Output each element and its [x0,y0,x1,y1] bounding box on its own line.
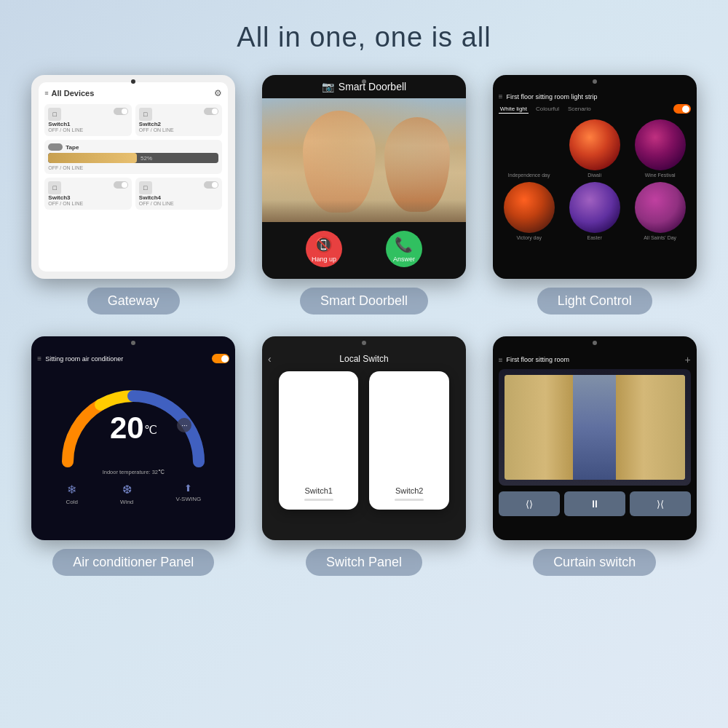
switch-buttons-row: Switch1 Switch2 [268,371,460,510]
gw-tape-pct: 52% [141,155,152,162]
switch-screen: ‹ Local Switch Switch1 Switch2 [262,336,466,540]
ac-temp-unit: ℃ [144,424,157,436]
scene-circle-6 [635,182,686,233]
curtain-screen: ≡ First floor sitting room + ⟨⟩ ⏸ [493,336,697,540]
scene-circle-4 [504,182,555,233]
light-title: First floor sitting room light strip [507,93,691,100]
card-light: ≡ First floor sitting room light strip W… [490,75,699,314]
gw-tape: Tape 52% OFF / ON LINE [44,140,222,174]
ac-label: Air conditioner Panel [52,549,214,576]
hangup-icon: 📵 [314,236,333,253]
card-gateway: ≡ All Devices ⚙ □ Switch1 OFF / ON LINE [29,75,238,314]
ac-mode-controls: ❄ Cold ❆ Wind ⬆ V-SWING [37,479,229,509]
curtain-panel-left [505,375,573,480]
cards-grid: ≡ All Devices ⚙ □ Switch1 OFF / ON LINE [22,75,706,576]
ac-screen: ≡ Sitting room air conditioner 20 [31,336,235,540]
ac-power-toggle[interactable] [212,354,229,363]
gw-device-1: □ Switch1 OFF / ON LINE [44,104,132,136]
gw-device-4: □ Switch4 OFF / ON LINE [135,178,223,210]
hangup-label: Hang up [312,256,336,263]
menu-icon-light: ≡ [499,92,503,100]
doorbell-title: Smart Doorbell [339,81,406,92]
switch1-label: Switch1 [304,486,333,495]
light-scene-1[interactable]: Independence day [499,119,560,178]
switch-panel-title: Local Switch [339,354,388,364]
light-scene-3[interactable]: Wine Festival [630,119,691,178]
menu-icon-curtain: ≡ [499,356,503,364]
ac-wind-mode[interactable]: ❆ Wind [120,483,133,505]
camera-dot-light [593,79,597,84]
gw-dev3-status: OFF / ON LINE [48,201,128,206]
gw-dev1-name: Switch1 [48,121,128,127]
doorbell-video-feed [262,98,466,222]
camera-dot-curtain [593,341,597,345]
switch-label: Switch Panel [306,549,422,576]
scene-circle-5 [569,182,620,233]
curtain-window-preview [499,369,691,486]
vswing-label: V-SWING [176,496,202,502]
hangup-button[interactable]: 📵 Hang up [306,231,342,267]
wind-label: Wind [120,499,133,505]
light-scene-2[interactable]: Diwali [564,119,625,178]
camera-dot [131,79,135,84]
gw-dev3-name: Switch3 [48,194,128,201]
ac-indoor-temp: Indoor temperature: 32℃ [37,469,229,475]
tab-scenario[interactable]: Scenario [566,105,593,113]
card-switch: ‹ Local Switch Switch1 Switch2 Switch Pa… [260,336,469,576]
light-scene-5[interactable]: Easter [564,182,625,240]
doorbell-controls: 📵 Hang up 📞 Answer [262,222,466,276]
vswing-icon: ⬆ [184,483,192,494]
camera-dot-doorbell [362,79,366,84]
curtain-panel-right [616,375,684,480]
scene-label-3: Wine Festival [645,173,676,178]
close-curtain-icon: ⟩⟨ [657,499,664,510]
curtain-open-button[interactable]: ⟨⟩ [499,491,560,516]
camera-dot-ac [131,341,135,345]
gear-icon[interactable]: ⚙ [214,88,222,98]
gw-device-3: □ Switch3 OFF / ON LINE [44,178,132,210]
ac-cold-mode[interactable]: ❄ Cold [66,483,77,505]
light-label: Light Control [537,288,652,314]
gateway-screen: ≡ All Devices ⚙ □ Switch1 OFF / ON LINE [31,75,235,279]
ac-vswing-mode[interactable]: ⬆ V-SWING [176,483,202,505]
ac-title: Sitting room air conditioner [45,355,123,363]
switch-button-2[interactable]: Switch2 [369,371,449,510]
switch1-line [304,499,333,501]
answer-button[interactable]: 📞 Answer [386,231,422,267]
curtain-label: Curtain switch [533,549,656,576]
curtain-title: First floor sitting room [507,356,570,363]
scene-label-4: Victory day [516,235,542,240]
gw-device-2: □ Switch2 OFF / ON LINE [135,104,223,136]
gw-dev1-status: OFF / ON LINE [48,127,128,132]
light-scene-6[interactable]: All Saints' Day [630,182,691,240]
scene-circle-1 [504,119,555,170]
switch2-line [395,499,424,501]
tab-white-light[interactable]: White light [499,105,529,114]
scene-label-5: Easter [587,235,602,240]
answer-label: Answer [393,256,415,263]
switch-button-1[interactable]: Switch1 [279,371,359,510]
light-scene-4[interactable]: Victory day [499,182,560,240]
cold-label: Cold [66,499,77,505]
cold-icon: ❄ [67,483,76,496]
open-icon: ⟨⟩ [526,499,533,510]
gateway-title: All Devices [52,89,95,98]
ac-temp-value: 20 [110,411,144,445]
ac-gauge: 20℃ ··· [53,367,213,469]
menu-icon-ac: ≡ [37,355,41,363]
pause-icon: ⏸ [590,498,600,510]
scene-circle-2 [569,119,620,170]
back-button-switch[interactable]: ‹ [268,353,272,365]
curtain-close-button[interactable]: ⟩⟨ [630,491,691,516]
camera-icon: 📷 [322,81,334,92]
gateway-label: Gateway [87,288,180,314]
gw-dev4-status: OFF / ON LINE [139,201,219,206]
scene-label-1: Independence day [508,173,550,178]
curtain-add-button[interactable]: + [684,354,690,365]
ac-temperature: 20℃ [110,411,157,446]
tab-colourful[interactable]: Colourful [534,105,561,113]
doorbell-label: Smart Doorbell [300,288,428,314]
light-power-toggle[interactable] [673,104,691,114]
scene-label-6: All Saints' Day [644,235,676,240]
curtain-pause-button[interactable]: ⏸ [564,491,625,516]
